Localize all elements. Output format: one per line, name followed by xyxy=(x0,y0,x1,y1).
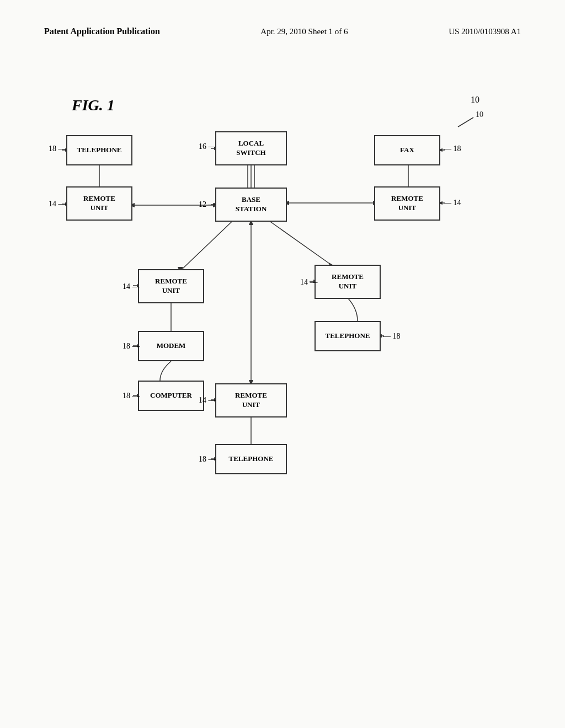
base-station-label: BASESTATION xyxy=(236,195,267,214)
remote-unit-1-box: REMOTEUNIT xyxy=(66,186,132,221)
remote-unit-2-label: REMOTEUNIT xyxy=(391,194,423,213)
header-title: Patent Application Publication xyxy=(44,26,160,36)
remote-unit-1-label: REMOTEUNIT xyxy=(83,194,115,213)
remote-unit-4-box: REMOTEUNIT xyxy=(315,265,381,299)
fax-box: FAX xyxy=(374,135,440,165)
ref-14-ru4: 14 — xyxy=(300,278,318,287)
remote-unit-4-label: REMOTEUNIT xyxy=(332,272,364,291)
remote-unit-2-box: REMOTEUNIT xyxy=(374,186,440,221)
ref-10-text: 10 xyxy=(471,95,479,104)
ref-18-comp: 18 — xyxy=(122,392,140,400)
ref-16-ls: 16 — xyxy=(199,142,216,151)
computer-box: COMPUTER xyxy=(138,381,204,411)
ref-14-ru1: 14 — xyxy=(49,200,66,208)
modem-box: MODEM xyxy=(138,331,204,361)
modem-label: MODEM xyxy=(157,341,186,351)
local-switch-box: LOCALSWITCH xyxy=(215,131,287,165)
computer-label: COMPUTER xyxy=(150,391,192,400)
local-switch-label: LOCALSWITCH xyxy=(236,139,265,158)
figure-label: FIG. 1 xyxy=(72,97,115,114)
ref-14-ru2: — 14 xyxy=(444,199,461,207)
svg-text:10: 10 xyxy=(476,110,483,119)
telephone-1-box: TELEPHONE xyxy=(66,135,132,165)
telephone-3-label: TELEPHONE xyxy=(229,454,274,464)
fax-label: FAX xyxy=(400,146,414,155)
remote-unit-5-label: REMOTEUNIT xyxy=(235,391,267,410)
telephone-2-box: TELEPHONE xyxy=(315,321,381,351)
page: Patent Application Publication Apr. 29, … xyxy=(0,0,565,728)
ref-18-tel3: 18 — xyxy=(199,455,216,464)
ref-10: 10 xyxy=(471,95,479,105)
svg-line-15 xyxy=(270,222,331,265)
ref-18-tel2: — 18 xyxy=(383,332,401,341)
header-patent: US 2010/0103908 A1 xyxy=(449,27,521,36)
telephone-2-label: TELEPHONE xyxy=(326,331,370,341)
telephone-1-label: TELEPHONE xyxy=(77,146,122,155)
header: Patent Application Publication Apr. 29, … xyxy=(0,26,565,36)
svg-line-13 xyxy=(182,222,232,269)
ref-18-fax: — 18 xyxy=(444,144,461,153)
remote-unit-3-label: REMOTEUNIT xyxy=(155,277,187,296)
ref-18-modem: 18 — xyxy=(122,342,140,351)
svg-line-0 xyxy=(458,117,473,127)
ref-14-ru5: 14 — xyxy=(199,396,216,405)
ref-12-bs: 12 — xyxy=(199,200,216,209)
ref-18-tel1: 18 — xyxy=(49,144,66,153)
remote-unit-5-box: REMOTEUNIT xyxy=(215,383,287,417)
header-date: Apr. 29, 2010 Sheet 1 of 6 xyxy=(260,27,348,36)
telephone-3-box: TELEPHONE xyxy=(215,444,287,474)
remote-unit-3-box: REMOTEUNIT xyxy=(138,269,204,303)
base-station-box: BASESTATION xyxy=(215,188,287,222)
ref-14-ru3: 14 — xyxy=(122,282,140,291)
